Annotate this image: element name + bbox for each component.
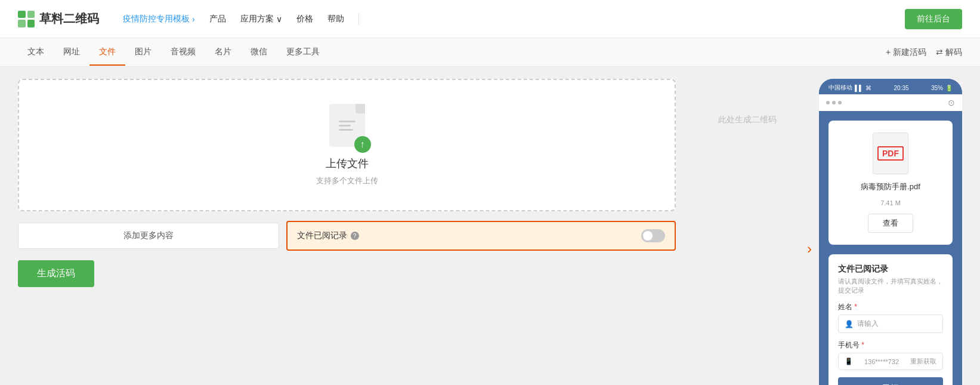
nav-special-item[interactable]: 疫情防控专用模板 › — [123, 14, 195, 24]
name-field: 姓名 * 👤 请输入 — [838, 302, 943, 333]
logo-text: 草料二维码 — [39, 11, 99, 27]
read-record-toggle[interactable]: 文件已阅记录 ? — [286, 221, 676, 251]
upload-icon-wrapper: ↑ — [329, 104, 365, 147]
generate-button[interactable]: 生成活码 — [18, 260, 94, 287]
carrier-text: 中国移动 — [828, 84, 852, 92]
status-right: 35% 🔋 — [931, 85, 953, 91]
tab-text[interactable]: 文本 — [18, 39, 54, 66]
tab-card[interactable]: 名片 — [205, 39, 241, 66]
logo: 草料二维码 — [18, 11, 99, 27]
pdf-size: 7.41 M — [880, 199, 901, 207]
browser-dot-2 — [832, 101, 836, 104]
logo-icon — [18, 11, 35, 27]
phone-field-wrapper: 手机号 * 📱 136*****732 重新获取 — [838, 340, 943, 370]
tab-file[interactable]: 文件 — [89, 39, 125, 66]
phone-browser-bar: ⊙ — [819, 94, 962, 111]
bottom-actions: 添加更多内容 文件已阅记录 ? — [18, 221, 676, 251]
nav-price[interactable]: 价格 — [296, 14, 313, 24]
header: 草料二维码 疫情防控专用模板 › 产品 应用方案 ∨ 价格 帮助 前往后台 — [0, 0, 980, 38]
add-more-button[interactable]: 添加更多内容 — [18, 223, 279, 249]
browser-dot-1 — [826, 101, 830, 104]
decode-button[interactable]: ⇄ 解码 — [936, 47, 962, 58]
phone-status-bar: 中国移动 ▌▌ ⌘ 20:35 35% 🔋 — [819, 79, 962, 94]
phone-icon: 📱 — [845, 358, 853, 365]
main-nav: 疫情防控专用模板 › 产品 应用方案 ∨ 价格 帮助 — [123, 13, 905, 25]
nav-help[interactable]: 帮助 — [327, 14, 344, 24]
tab-av[interactable]: 音视频 — [161, 39, 205, 66]
upload-arrow-icon: ↑ — [354, 136, 371, 153]
battery-icon: 🔋 — [945, 85, 953, 91]
nav-solution[interactable]: 应用方案 ∨ — [240, 14, 282, 24]
help-icon: ? — [351, 232, 359, 240]
time-text: 20:35 — [894, 85, 909, 91]
resend-button[interactable]: 重新获取 — [910, 357, 936, 366]
record-panel: 文件已阅记录 请认真阅读文件，并填写真实姓名，提交记录 姓名 * 👤 请输入 手… — [828, 254, 953, 385]
confirm-button[interactable]: 已阅 — [838, 377, 943, 385]
view-button[interactable]: 查看 — [868, 214, 913, 233]
chevron-right-icon: › — [192, 14, 195, 24]
chevron-down-icon: ∨ — [276, 14, 282, 24]
name-label: 姓名 * — [838, 302, 943, 312]
file-lines — [334, 111, 360, 140]
tab-wechat[interactable]: 微信 — [241, 39, 277, 66]
left-panel: ↑ 上传文件 支持多个文件上传 添加更多内容 文件已阅记录 ? 生成活码 — [18, 79, 676, 385]
upload-title: 上传文件 — [326, 156, 369, 171]
qr-area: 此处生成二维码 基本 颜色 LOGO 美化器 — [688, 79, 807, 385]
tab-url[interactable]: 网址 — [54, 39, 89, 66]
person-icon: 👤 — [845, 320, 854, 328]
toggle-switch[interactable] — [641, 229, 665, 242]
generate-wrapper: 生成活码 — [18, 260, 676, 287]
toggle-knob — [643, 231, 653, 241]
status-left: 中国移动 ▌▌ ⌘ — [828, 84, 871, 92]
pdf-label-text: PDF — [877, 146, 904, 161]
main-content: ↑ 上传文件 支持多个文件上传 添加更多内容 文件已阅记录 ? 生成活码 — [0, 67, 980, 385]
logo-cell-1 — [18, 11, 26, 19]
qr-placeholder: 此处生成二维码 — [718, 115, 777, 125]
tab-actions: + 新建活码 ⇄ 解码 — [886, 47, 962, 58]
upload-area[interactable]: ↑ 上传文件 支持多个文件上传 — [18, 79, 676, 211]
tab-image[interactable]: 图片 — [125, 39, 161, 66]
signal-icon: ▌▌ — [855, 85, 863, 91]
record-desc: 请认真阅读文件，并填写真实姓名，提交记录 — [838, 277, 943, 295]
phone-label: 手机号 * — [838, 340, 943, 350]
upload-subtitle: 支持多个文件上传 — [316, 175, 378, 186]
logo-cell-3 — [18, 20, 26, 27]
goto-backend-button[interactable]: 前往后台 — [905, 9, 962, 29]
nav-divider — [358, 13, 359, 25]
new-code-button[interactable]: + 新建活码 — [886, 47, 926, 58]
name-input[interactable]: 👤 请输入 — [838, 315, 943, 333]
close-icon: ⊙ — [948, 98, 955, 107]
record-panel-title: 文件已阅记录 — [838, 264, 943, 275]
tabbar: 文本 网址 文件 图片 音视频 名片 微信 更多工具 + 新建活码 ⇄ 解码 — [0, 38, 980, 67]
arrow-icon: › — [807, 241, 812, 257]
read-record-label: 文件已阅记录 ? — [297, 230, 359, 241]
pdf-icon: PDF — [873, 133, 908, 174]
logo-cell-2 — [27, 11, 35, 19]
logo-cell-4 — [27, 20, 35, 27]
battery-text: 35% — [931, 85, 943, 91]
phone-input[interactable]: 📱 136*****732 重新获取 — [838, 353, 943, 370]
pdf-filename: 病毒预防手册.pdf — [861, 181, 920, 192]
tab-more[interactable]: 更多工具 — [277, 39, 329, 66]
browser-dots — [826, 101, 842, 104]
nav-product[interactable]: 产品 — [209, 14, 226, 24]
browser-dot-3 — [838, 101, 842, 104]
wifi-icon: ⌘ — [865, 85, 871, 91]
pdf-card: PDF 病毒预防手册.pdf 7.41 M 查看 — [828, 121, 953, 245]
right-wrapper: › 中国移动 ▌▌ ⌘ 20:35 35% 🔋 — [819, 79, 962, 385]
phone-mockup: 中国移动 ▌▌ ⌘ 20:35 35% 🔋 ⊙ — [819, 79, 962, 385]
